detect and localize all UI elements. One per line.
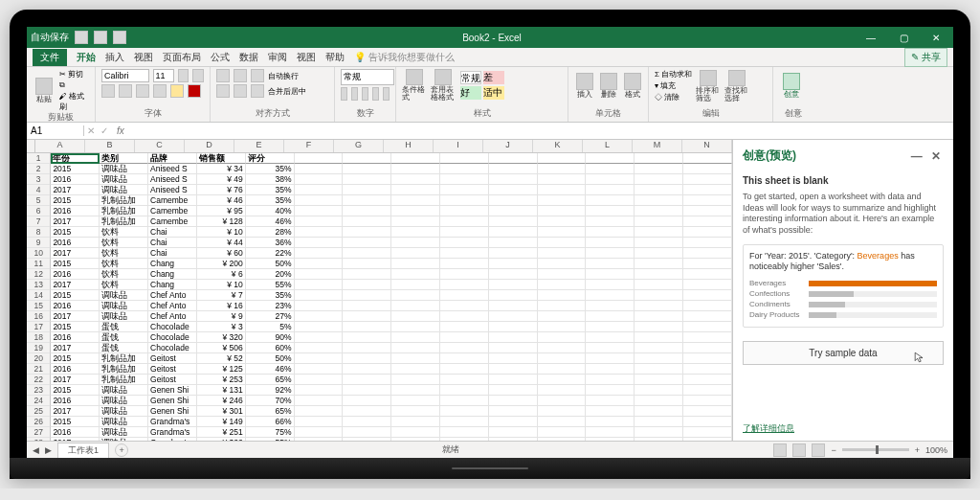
cell[interactable] xyxy=(295,322,344,332)
cell[interactable] xyxy=(489,406,538,417)
cell[interactable] xyxy=(538,364,587,375)
cell[interactable] xyxy=(586,417,635,427)
row-header[interactable]: 17 xyxy=(27,322,51,332)
cell[interactable] xyxy=(586,248,635,259)
cell[interactable] xyxy=(586,269,635,280)
cell[interactable]: 2016 xyxy=(51,396,100,406)
cell[interactable] xyxy=(295,269,344,280)
cell[interactable] xyxy=(295,353,344,364)
cell[interactable] xyxy=(391,174,440,185)
cell[interactable] xyxy=(538,164,587,174)
cell[interactable] xyxy=(635,322,683,332)
cell[interactable]: Chai xyxy=(148,238,197,248)
cell[interactable] xyxy=(391,343,440,353)
cell[interactable] xyxy=(440,353,489,364)
cell[interactable]: 65% xyxy=(246,406,295,417)
align-middle-icon[interactable] xyxy=(234,69,247,82)
cell[interactable] xyxy=(391,396,440,406)
cell[interactable]: ¥ 3 xyxy=(197,322,246,332)
cell[interactable] xyxy=(343,406,391,417)
cell[interactable]: ¥ 46 xyxy=(197,195,246,206)
cell[interactable] xyxy=(538,427,587,438)
cell[interactable]: 乳制品加 xyxy=(100,353,148,364)
cell[interactable] xyxy=(635,375,683,385)
cell[interactable]: ¥ 246 xyxy=(197,396,246,406)
row-header[interactable]: 22 xyxy=(27,375,51,385)
cell[interactable]: ¥ 10 xyxy=(197,280,246,290)
cell[interactable]: ¥ 320 xyxy=(197,332,246,343)
cell[interactable] xyxy=(635,238,683,248)
cell[interactable] xyxy=(440,343,489,353)
cell[interactable] xyxy=(538,301,587,311)
cell[interactable]: 调味品 xyxy=(100,396,148,406)
cell[interactable] xyxy=(343,427,391,438)
font-name-select[interactable]: Calibri xyxy=(101,69,149,82)
cell[interactable] xyxy=(489,174,538,185)
cell[interactable]: 乳制品加 xyxy=(100,195,148,206)
cell[interactable] xyxy=(635,259,683,269)
cell[interactable] xyxy=(343,174,391,185)
cell[interactable] xyxy=(683,195,732,206)
cell[interactable] xyxy=(489,375,538,385)
cell[interactable]: 调味品 xyxy=(100,164,148,174)
cell[interactable] xyxy=(295,427,344,438)
cell[interactable] xyxy=(489,280,538,290)
enter-formula-icon[interactable]: ✓ xyxy=(98,125,111,136)
cell[interactable] xyxy=(489,164,538,174)
cell[interactable] xyxy=(538,195,587,206)
cell[interactable]: ¥ 506 xyxy=(197,343,246,353)
cell[interactable] xyxy=(538,353,587,364)
cell-style-normal[interactable]: 常规 xyxy=(460,71,481,84)
cell[interactable] xyxy=(343,280,391,290)
cell[interactable] xyxy=(489,417,538,427)
cell[interactable] xyxy=(295,174,344,185)
format-painter-button[interactable]: 🖌 格式刷 xyxy=(59,91,89,112)
cell[interactable]: 20% xyxy=(246,269,295,280)
cell[interactable] xyxy=(586,195,635,206)
cell[interactable] xyxy=(635,216,683,227)
cell[interactable]: ¥ 7 xyxy=(197,290,246,301)
cell[interactable] xyxy=(295,375,344,385)
cell[interactable] xyxy=(683,153,732,164)
cell[interactable] xyxy=(683,206,732,216)
cell[interactable]: 23% xyxy=(246,301,295,311)
cell[interactable]: 调味品 xyxy=(100,427,148,438)
cell[interactable] xyxy=(538,332,587,343)
cell[interactable] xyxy=(489,248,538,259)
cell[interactable]: 2015 xyxy=(51,195,100,206)
decrease-decimal-icon[interactable] xyxy=(383,87,390,101)
cell[interactable]: 2016 xyxy=(51,174,100,185)
cell[interactable]: Aniseed S xyxy=(148,185,197,195)
fill-button[interactable]: ▾ 填充 xyxy=(655,80,692,91)
cell[interactable] xyxy=(586,290,635,301)
autosave-toggle[interactable]: 自动保存 xyxy=(31,31,69,44)
select-all-corner[interactable] xyxy=(27,140,35,152)
cell[interactable] xyxy=(295,311,344,322)
column-header[interactable]: C xyxy=(135,140,185,152)
cell[interactable] xyxy=(586,238,635,248)
fill-color-button[interactable] xyxy=(170,84,184,98)
cell[interactable]: 饮料 xyxy=(100,269,148,280)
cell[interactable]: Chocolade xyxy=(148,343,197,353)
cell[interactable]: ¥ 10 xyxy=(197,227,246,238)
cell[interactable]: 饮料 xyxy=(100,259,148,269)
cell[interactable]: 27% xyxy=(246,311,295,322)
cell[interactable] xyxy=(683,406,732,417)
column-header[interactable]: B xyxy=(85,140,135,152)
cell[interactable] xyxy=(489,301,538,311)
cell[interactable] xyxy=(635,364,683,375)
cell[interactable]: 70% xyxy=(246,396,295,406)
cell[interactable] xyxy=(391,185,440,195)
cell[interactable]: 乳制品加 xyxy=(100,364,148,375)
cell[interactable]: 调味品 xyxy=(100,174,148,185)
cell[interactable] xyxy=(635,174,683,185)
cell[interactable]: 品牌 xyxy=(148,153,197,164)
cell[interactable] xyxy=(343,269,391,280)
cell[interactable] xyxy=(538,311,587,322)
cell[interactable] xyxy=(635,185,683,195)
cell[interactable]: Aniseed S xyxy=(148,164,197,174)
cell[interactable] xyxy=(295,301,344,311)
cell[interactable] xyxy=(343,364,391,375)
cell[interactable]: ¥ 253 xyxy=(197,375,246,385)
cell[interactable]: 2017 xyxy=(51,311,100,322)
